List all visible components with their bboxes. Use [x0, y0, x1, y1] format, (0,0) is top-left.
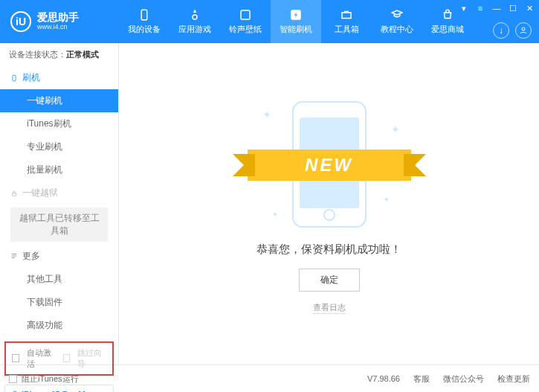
wechat-link[interactable]: 微信公众号	[443, 373, 484, 385]
new-ribbon: NEW	[248, 150, 411, 181]
version-text: V7.98.66	[367, 374, 400, 383]
sidebar-item-other[interactable]: 其他工具	[0, 268, 118, 291]
skip-guide-label: 跳过向导	[77, 347, 106, 370]
app-header: iU 爱思助手 www.i4.cn 我的设备 应用游戏 铃声壁纸 智能刷机 工具…	[0, 0, 539, 43]
svg-rect-4	[342, 13, 351, 19]
sidebar-item-firmware[interactable]: 下载固件	[0, 291, 118, 314]
list-icon	[10, 252, 18, 260]
logo: iU 爱思助手 www.i4.cn	[0, 11, 119, 32]
svg-rect-6	[13, 75, 16, 81]
store-icon	[441, 8, 454, 22]
logo-icon: iU	[10, 11, 31, 32]
app-url: www.i4.cn	[37, 24, 79, 31]
sidebar-section-flash[interactable]: 刷机	[0, 66, 118, 89]
flash-icon	[289, 8, 303, 22]
svg-point-5	[522, 28, 525, 30]
download-button[interactable]: ↓	[493, 22, 509, 39]
svg-rect-0	[141, 10, 147, 20]
support-link[interactable]: 客服	[413, 373, 430, 385]
nav-label: 爱思商城	[431, 24, 464, 35]
connection-status: 设备连接状态：正常模式	[0, 43, 118, 66]
device-icon	[138, 8, 151, 22]
main-content: ✦ ✦ • • NEW 恭喜您，保资料刷机成功啦！ 确定 查看日志	[119, 43, 539, 364]
window-controls: ▾ ≡ — ☐ ✕	[459, 3, 535, 13]
phone-icon	[10, 74, 18, 82]
minimize-icon[interactable]: —	[491, 3, 502, 13]
settings-icon[interactable]: ≡	[475, 3, 485, 13]
nav-label: 我的设备	[128, 24, 161, 35]
ok-button[interactable]: 确定	[299, 269, 360, 292]
auto-activate-label: 自动激活	[27, 347, 56, 370]
svg-point-1	[193, 15, 197, 19]
update-link[interactable]: 检查更新	[497, 373, 530, 385]
nav-apps[interactable]: 应用游戏	[170, 0, 220, 43]
lock-icon	[10, 190, 18, 197]
section-title: 一键越狱	[22, 187, 58, 199]
section-title: 更多	[22, 250, 40, 263]
nav-ringtones[interactable]: 铃声壁纸	[220, 0, 271, 43]
wallpaper-icon	[239, 8, 252, 22]
svg-rect-2	[241, 10, 250, 19]
nav-label: 智能刷机	[280, 24, 312, 35]
app-name: 爱思助手	[37, 12, 79, 23]
nav-flash[interactable]: 智能刷机	[271, 0, 321, 43]
maximize-icon[interactable]: ☐	[508, 3, 518, 13]
auto-activate-checkbox[interactable]	[12, 354, 19, 362]
account-button[interactable]	[515, 22, 532, 39]
sidebar-item-itunes[interactable]: iTunes刷机	[0, 112, 118, 135]
nav-tutorials[interactable]: 教程中心	[372, 0, 422, 43]
nav-toolbox[interactable]: 工具箱	[321, 0, 372, 43]
nav-label: 教程中心	[381, 24, 413, 35]
section-title: 刷机	[22, 71, 40, 84]
menu-icon[interactable]: ▾	[459, 3, 469, 13]
sidebar: 设备连接状态：正常模式 刷机 一键刷机 iTunes刷机 专业刷机 批量刷机 一…	[0, 43, 119, 364]
device-info[interactable]: iPhone 15 Pro Max 512GB iPhone	[4, 385, 114, 392]
sidebar-item-pro[interactable]: 专业刷机	[0, 135, 118, 158]
sidebar-item-batch[interactable]: 批量刷机	[0, 158, 118, 181]
device-name-text: iPhone 15 Pro Max	[22, 390, 94, 392]
nav-my-device[interactable]: 我的设备	[119, 0, 170, 43]
nav-label: 应用游戏	[178, 24, 211, 35]
options-row: 自动激活 跳过向导	[4, 341, 114, 376]
nav-label: 铃声壁纸	[229, 24, 262, 35]
conn-value: 正常模式	[66, 50, 99, 59]
close-icon[interactable]: ✕	[524, 3, 535, 13]
svg-rect-7	[13, 193, 16, 196]
jailbreak-moved-notice: 越狱工具已转移至工具箱	[10, 208, 108, 242]
success-illustration: ✦ ✦ • • NEW	[255, 94, 404, 228]
nav-label: 工具箱	[335, 24, 359, 35]
skip-guide-checkbox[interactable]	[63, 354, 71, 362]
sidebar-section-more[interactable]: 更多	[0, 245, 118, 268]
sidebar-item-oneclick[interactable]: 一键刷机	[0, 89, 118, 112]
tutorial-icon	[390, 8, 404, 22]
block-itunes-label: 阻止iTunes运行	[22, 373, 79, 385]
apps-icon	[188, 8, 201, 22]
toolbox-icon	[340, 8, 353, 22]
block-itunes-checkbox[interactable]	[9, 375, 17, 383]
success-message: 恭喜您，保资料刷机成功啦！	[256, 242, 401, 257]
sidebar-item-advanced[interactable]: 高级功能	[0, 314, 118, 337]
conn-label: 设备连接状态：	[9, 50, 66, 59]
sidebar-section-jailbreak: 一键越狱	[0, 181, 118, 205]
view-log-link[interactable]: 查看日志	[313, 302, 346, 314]
